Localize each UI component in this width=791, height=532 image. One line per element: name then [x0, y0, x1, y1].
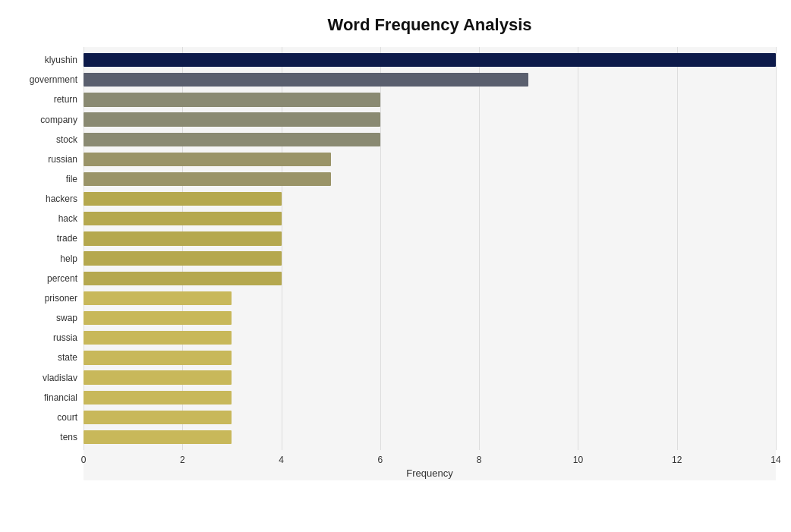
bar-row: file [84, 169, 776, 189]
bar [84, 430, 232, 444]
bar [84, 391, 232, 405]
bar-label: hack [5, 213, 77, 224]
bar [84, 311, 232, 325]
bar-label: russian [5, 154, 77, 165]
bar-row: state [84, 348, 776, 367]
bar [84, 370, 232, 384]
bar [84, 272, 282, 285]
bar [84, 112, 380, 126]
bar [84, 73, 528, 87]
bar [84, 153, 331, 166]
bar-row: russian [84, 150, 776, 169]
bar-label: hackers [5, 194, 77, 204]
bar-label: state [5, 352, 77, 363]
bar-label: stock [5, 134, 77, 145]
x-tick: 4 [279, 455, 284, 465]
bar [84, 291, 232, 305]
bar-row: tens [84, 427, 776, 447]
x-tick: 14 [771, 455, 780, 465]
bar [84, 133, 380, 146]
bar-label: prisoner [5, 293, 77, 304]
bar [84, 192, 282, 206]
x-axis: Frequency 02468101214 [84, 450, 776, 480]
bar-label: swap [5, 313, 77, 323]
bar-row: hackers [84, 189, 776, 209]
bar-label: return [5, 94, 77, 105]
bar-row: percent [84, 269, 776, 288]
bar [84, 351, 232, 364]
bar-row: swap [84, 308, 776, 328]
bar-row: government [84, 70, 776, 90]
bar [84, 53, 776, 67]
bar [84, 172, 331, 186]
bar-row: russia [84, 328, 776, 348]
bar-row: financial [84, 388, 776, 408]
bars-container: klyushingovernmentreturncompanystockruss… [84, 47, 776, 450]
bar-label: company [5, 115, 77, 125]
x-axis-label: Frequency [406, 467, 452, 479]
x-tick: 8 [477, 455, 482, 465]
grid-line [776, 47, 777, 450]
bar-label: tens [5, 432, 77, 442]
bar [84, 212, 282, 225]
bar-label: russia [5, 332, 77, 343]
bar-row: stock [84, 130, 776, 150]
bar-label: trade [5, 233, 77, 244]
bar-label: help [5, 253, 77, 264]
bar-row: court [84, 408, 776, 427]
bar-row: vladislav [84, 368, 776, 388]
x-tick: 0 [81, 455, 87, 465]
bar-row: company [84, 109, 776, 129]
bar-label: klyushin [5, 55, 77, 65]
chart-area: klyushingovernmentreturncompanystockruss… [84, 47, 776, 480]
bar-label: file [5, 174, 77, 184]
bar-label: court [5, 412, 77, 423]
bar-row: trade [84, 228, 776, 248]
bar-row: prisoner [84, 288, 776, 308]
bar-row: return [84, 90, 776, 109]
bar [84, 411, 232, 424]
bar-label: financial [5, 392, 77, 403]
x-tick: 2 [180, 455, 185, 465]
x-tick: 10 [573, 455, 583, 465]
chart-container: Word Frequency Analysis klyushingovernme… [0, 0, 791, 532]
bar [84, 331, 232, 345]
bar-label: government [5, 74, 77, 85]
bar [84, 231, 282, 245]
chart-title: Word Frequency Analysis [84, 15, 776, 35]
bar [84, 93, 380, 106]
bar-row: help [84, 249, 776, 269]
x-tick: 12 [672, 455, 682, 465]
bar-row: hack [84, 209, 776, 228]
bar [84, 251, 282, 265]
x-tick: 6 [378, 455, 383, 465]
bar-row: klyushin [84, 50, 776, 70]
bar-label: percent [5, 273, 77, 284]
bar-label: vladislav [5, 373, 77, 383]
